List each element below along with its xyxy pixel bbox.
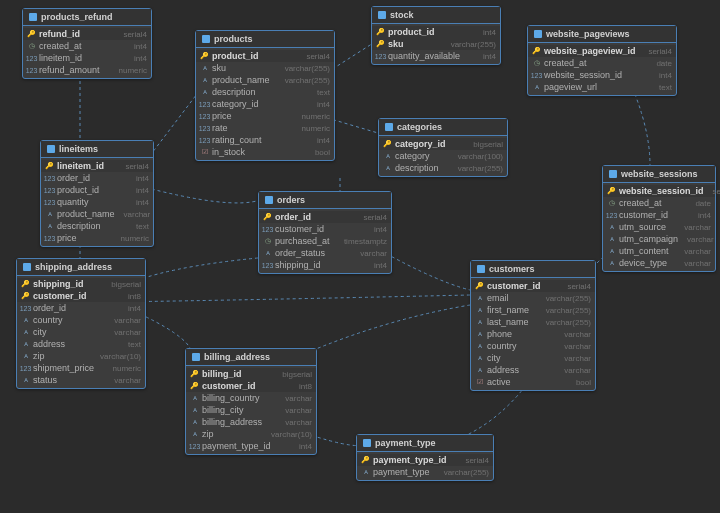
table-billing_address[interactable]: billing_address🔑billing_idbigserial🔑cust… <box>185 348 317 455</box>
column-row[interactable]: 123pricenumeric <box>41 232 153 244</box>
column-row[interactable]: 🔑shipping_idbigserial <box>17 278 145 290</box>
table-header[interactable]: products_refund <box>23 9 151 26</box>
table-header[interactable]: stock <box>372 7 500 24</box>
column-type: serial4 <box>306 52 330 61</box>
column-row[interactable]: 🔑customer_idint8 <box>186 380 316 392</box>
column-row[interactable]: 123refund_amountnumeric <box>23 64 151 76</box>
column-type: int4 <box>374 225 387 234</box>
column-row[interactable]: ᴀutm_sourcevarchar <box>603 221 715 233</box>
column-row[interactable]: ᴀemailvarchar(255) <box>471 292 595 304</box>
table-header[interactable]: products <box>196 31 334 48</box>
table-header[interactable]: billing_address <box>186 349 316 366</box>
column-row[interactable]: ᴀphonevarchar <box>471 328 595 340</box>
column-row[interactable]: 123product_idint4 <box>41 184 153 196</box>
column-row[interactable]: ☑in_stockbool <box>196 146 334 158</box>
type-icon: ᴀ <box>45 222 54 231</box>
column-row[interactable]: ᴀaddressvarchar <box>471 364 595 376</box>
column-row[interactable]: ᴀdescriptiontext <box>41 220 153 232</box>
column-row[interactable]: ᴀfirst_namevarchar(255) <box>471 304 595 316</box>
column-row[interactable]: ᴀbilling_addressvarchar <box>186 416 316 428</box>
type-icon: ᴀ <box>190 394 199 403</box>
column-row[interactable]: ᴀzipvarchar(10) <box>17 350 145 362</box>
column-row[interactable]: 123customer_idint4 <box>603 209 715 221</box>
column-row[interactable]: ᴀorder_statusvarchar <box>259 247 391 259</box>
column-row[interactable]: ◷created_atdate <box>603 197 715 209</box>
column-row[interactable]: ᴀdescriptiontext <box>196 86 334 98</box>
column-row[interactable]: ᴀcityvarchar <box>471 352 595 364</box>
column-row[interactable]: 🔑website_session_idserial4 <box>603 185 715 197</box>
column-row[interactable]: ᴀbilling_countryvarchar <box>186 392 316 404</box>
column-row[interactable]: ☑activebool <box>471 376 595 388</box>
column-type: serial4 <box>713 187 720 196</box>
column-row[interactable]: 🔑product_idint4 <box>372 26 500 38</box>
column-row[interactable]: 🔑lineitem_idserial4 <box>41 160 153 172</box>
column-row[interactable]: ᴀcountryvarchar <box>17 314 145 326</box>
column-row[interactable]: 🔑billing_idbigserial <box>186 368 316 380</box>
column-row[interactable]: 🔑skuvarchar(255) <box>372 38 500 50</box>
table-header[interactable]: payment_type <box>357 435 493 452</box>
column-row[interactable]: 123lineitem_idint4 <box>23 52 151 64</box>
table-orders[interactable]: orders🔑order_idserial4123customer_idint4… <box>258 191 392 274</box>
column-row[interactable]: 123website_session_idint4 <box>528 69 676 81</box>
column-row[interactable]: ᴀstatusvarchar <box>17 374 145 386</box>
column-row[interactable]: 123ratenumeric <box>196 122 334 134</box>
column-row[interactable]: 🔑customer_idserial4 <box>471 280 595 292</box>
column-row[interactable]: ᴀdevice_typevarchar <box>603 257 715 269</box>
table-header[interactable]: categories <box>379 119 507 136</box>
column-row[interactable]: 123customer_idint4 <box>259 223 391 235</box>
table-shipping_address[interactable]: shipping_address🔑shipping_idbigserial🔑cu… <box>16 258 146 389</box>
column-row[interactable]: ᴀdescriptionvarchar(255) <box>379 162 507 174</box>
column-row[interactable]: ᴀcategoryvarchar(100) <box>379 150 507 162</box>
table-products_refund[interactable]: products_refund🔑refund_idserial4◷created… <box>22 8 152 79</box>
column-row[interactable]: ᴀskuvarchar(255) <box>196 62 334 74</box>
column-row[interactable]: 123order_idint4 <box>17 302 145 314</box>
table-header[interactable]: website_pageviews <box>528 26 676 43</box>
column-row[interactable]: ᴀcountryvarchar <box>471 340 595 352</box>
table-header[interactable]: website_sessions <box>603 166 715 183</box>
table-website_sessions[interactable]: website_sessions🔑website_session_idseria… <box>602 165 716 272</box>
column-row[interactable]: ᴀcityvarchar <box>17 326 145 338</box>
table-website_pageviews[interactable]: website_pageviews🔑website_pageview_idser… <box>527 25 677 96</box>
table-stock[interactable]: stock🔑product_idint4🔑skuvarchar(255)123q… <box>371 6 501 65</box>
column-row[interactable]: ᴀlast_namevarchar(255) <box>471 316 595 328</box>
column-row[interactable]: ᴀproduct_namevarchar(255) <box>196 74 334 86</box>
column-row[interactable]: ◷created_atdate <box>528 57 676 69</box>
column-row[interactable]: 🔑refund_idserial4 <box>23 28 151 40</box>
column-row[interactable]: ᴀproduct_namevarchar <box>41 208 153 220</box>
column-row[interactable]: ᴀutm_contentvarchar <box>603 245 715 257</box>
column-type: varchar(255) <box>546 306 591 315</box>
table-header[interactable]: shipping_address <box>17 259 145 276</box>
column-row[interactable]: 123quantity_availableint4 <box>372 50 500 62</box>
table-payment_type[interactable]: payment_type🔑payment_type_idserial4ᴀpaym… <box>356 434 494 481</box>
column-row[interactable]: 123payment_type_idint4 <box>186 440 316 452</box>
erd-canvas[interactable]: products_refund🔑refund_idserial4◷created… <box>0 0 720 513</box>
column-row[interactable]: 🔑customer_idint8 <box>17 290 145 302</box>
table-categories[interactable]: categories🔑category_idbigserialᴀcategory… <box>378 118 508 177</box>
table-header[interactable]: orders <box>259 192 391 209</box>
column-row[interactable]: 🔑payment_type_idserial4 <box>357 454 493 466</box>
table-products[interactable]: products🔑product_idserial4ᴀskuvarchar(25… <box>195 30 335 161</box>
table-customers[interactable]: customers🔑customer_idserial4ᴀemailvarcha… <box>470 260 596 391</box>
column-row[interactable]: ᴀzipvarchar(10) <box>186 428 316 440</box>
column-row[interactable]: ᴀpageview_urltext <box>528 81 676 93</box>
column-row[interactable]: ◷purchased_attimestamptz <box>259 235 391 247</box>
column-row[interactable]: 123shipping_idint4 <box>259 259 391 271</box>
column-row[interactable]: ◷created_atint4 <box>23 40 151 52</box>
column-row[interactable]: 123shipment_pricenumeric <box>17 362 145 374</box>
column-row[interactable]: 123pricenumeric <box>196 110 334 122</box>
column-row[interactable]: 123rating_countint4 <box>196 134 334 146</box>
column-row[interactable]: 123order_idint4 <box>41 172 153 184</box>
column-row[interactable]: 123category_idint4 <box>196 98 334 110</box>
column-row[interactable]: 🔑website_pageview_idserial4 <box>528 45 676 57</box>
column-row[interactable]: 🔑product_idserial4 <box>196 50 334 62</box>
table-lineitems[interactable]: lineitems🔑lineitem_idserial4123order_idi… <box>40 140 154 247</box>
table-header[interactable]: customers <box>471 261 595 278</box>
column-row[interactable]: 🔑order_idserial4 <box>259 211 391 223</box>
column-row[interactable]: ᴀbilling_cityvarchar <box>186 404 316 416</box>
column-row[interactable]: 🔑category_idbigserial <box>379 138 507 150</box>
column-row[interactable]: ᴀpayment_typevarchar(255) <box>357 466 493 478</box>
column-row[interactable]: ᴀutm_campaignvarchar <box>603 233 715 245</box>
column-row[interactable]: ᴀaddresstext <box>17 338 145 350</box>
column-row[interactable]: 123quantityint4 <box>41 196 153 208</box>
table-header[interactable]: lineitems <box>41 141 153 158</box>
